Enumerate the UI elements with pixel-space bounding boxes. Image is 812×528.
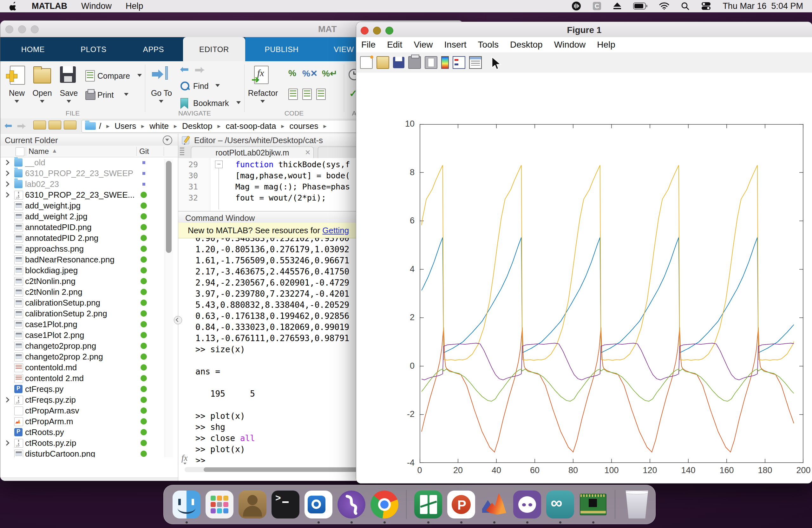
bookmark-button[interactable]: Bookmark [193,99,229,108]
breadcrumb-segment[interactable]: white [149,121,169,131]
legend-icon[interactable] [453,56,465,69]
file-row[interactable]: calibrationSetup.png [0,297,172,308]
expand-chevron-icon[interactable] [4,182,10,187]
figure-menu-help[interactable]: Help [597,40,615,50]
file-row[interactable]: ctPropArm.asv [0,405,172,416]
comment-icon[interactable]: % [288,68,296,79]
figure-menu-insert[interactable]: Insert [444,40,467,50]
figure-menu-tools[interactable]: Tools [478,40,498,50]
colorbar-icon[interactable] [441,56,449,69]
nav-forward-icon[interactable]: ⮕ [16,121,27,130]
expand-chevron-icon[interactable] [4,192,10,198]
panel-collapse-icon[interactable] [174,316,182,324]
close-button[interactable] [5,25,13,33]
dock-item-finder[interactable] [171,489,202,520]
file-row[interactable]: ctFreqs.py.zip [0,395,172,405]
search-icon[interactable] [681,2,690,11]
open-dropdown-icon[interactable] [40,100,44,103]
file-row[interactable]: annotatedPID 2.png [0,232,172,243]
figure-menu-window[interactable]: Window [554,40,586,50]
bookmark-icon[interactable] [180,98,188,109]
current-folder-header[interactable]: Current Folder [0,133,178,146]
tab-bar-grip[interactable] [180,147,184,156]
breadcrumb-segment[interactable]: Desktop [182,121,212,131]
refactor-button[interactable]: Refactor [247,88,279,98]
goto-icon[interactable] [152,68,166,81]
file-row[interactable]: disturbCartoon.png [0,448,172,457]
dock-item-powerpoint[interactable] [446,489,476,520]
wifi-icon[interactable] [659,2,669,10]
tab-close-icon[interactable]: ✕ [305,150,310,155]
smart-indent-icon[interactable] [288,88,298,100]
file-row[interactable]: ctRoots.py [0,427,172,438]
indent-right-icon[interactable] [302,88,312,100]
goto-dropdown-icon[interactable] [159,100,163,103]
save-button[interactable]: Save [57,88,80,98]
dock-item-teensy[interactable] [578,489,608,520]
goto-button[interactable]: Go To [149,88,174,98]
file-row[interactable]: 6310_PROP_22_23_SWEE... [0,189,172,200]
save-dropdown-icon[interactable] [67,100,71,103]
c-app-icon[interactable]: C [593,2,601,11]
new-figure-icon[interactable] [360,56,373,69]
open-file-icon[interactable] [377,56,389,69]
command-prompt[interactable]: >> [195,456,205,462]
file-row[interactable]: add_weight 2.jpg [0,211,172,222]
breadcrumb-segment[interactable]: cat-soop-data [226,121,276,131]
print-icon[interactable] [85,91,96,100]
minimize-button[interactable] [18,25,26,33]
toolstrip-tab-plots[interactable]: PLOTS [70,37,117,61]
file-row[interactable]: calibrationSetup 2.png [0,308,172,319]
file-row[interactable]: lab02_23 [0,179,172,189]
save-icon[interactable] [60,66,76,83]
file-row[interactable]: __old [0,157,172,168]
menu-bar-clock[interactable]: Thu Mar 16 5:04 PM [723,1,803,11]
figure-menu-desktop[interactable]: Desktop [510,40,543,50]
print-dropdown-icon[interactable] [124,93,129,96]
breadcrumb-segment[interactable]: courses [289,121,318,131]
menu-item-window[interactable]: Window [81,1,112,11]
expand-chevron-icon[interactable] [4,440,10,446]
file-row[interactable]: 6310_PROP_22_23_SWEEP [0,168,172,179]
filter-icon[interactable] [163,135,172,145]
nav-back-icon[interactable]: ⬅ [3,121,14,130]
file-row[interactable]: annotatedPID.png [0,222,172,232]
dock-item-trash[interactable] [622,489,652,520]
compare-icon[interactable] [85,70,95,82]
dock-item-excel[interactable] [413,489,444,520]
editor-tab-active[interactable]: rootPlotLab02bjkw.m ✕ [191,147,314,158]
toolstrip-tab-apps[interactable]: APPS [130,37,177,61]
figure-menu-view[interactable]: View [414,40,433,50]
dock-item-launchpad[interactable] [204,489,235,520]
file-row[interactable]: case1Plot.png [0,319,172,330]
git-column-label[interactable]: Git [139,147,149,156]
dock-item-contacts[interactable] [237,489,268,520]
dock-item-terminal[interactable] [270,489,301,520]
expand-chevron-icon[interactable] [4,397,10,403]
menu-item-help[interactable]: Help [126,1,143,11]
dock-item-chrome[interactable] [369,489,400,520]
compare-button[interactable]: Compare [97,71,130,81]
folder-new-icon[interactable] [64,120,76,129]
toolstrip-tab-home[interactable]: HOME [9,37,57,61]
forward-arrow-icon[interactable]: ⮕ [194,64,205,74]
menu-app-name[interactable]: MATLAB [32,1,67,11]
apple-menu[interactable] [10,1,18,11]
open-icon[interactable] [33,68,51,84]
battery-icon[interactable] [633,2,648,10]
zoom-button[interactable] [31,25,39,33]
file-row[interactable]: ctPropArm.m [0,416,172,427]
file-list-column-header[interactable]: Name ▲ Git [0,146,178,157]
wrap-comment-icon[interactable]: %↵ [322,68,337,79]
open-button[interactable]: Open [31,88,54,98]
file-row[interactable]: contentold 2.md [0,373,172,384]
file-row[interactable]: blockdiag.jpeg [0,265,172,276]
control-center-icon[interactable] [701,2,711,10]
scrollbar-thumb[interactable] [166,161,172,253]
folder-browse-icon[interactable] [48,120,61,129]
file-row[interactable]: c2tNonlin 2.png [0,287,172,297]
expand-chevron-icon[interactable] [4,171,10,176]
file-row[interactable]: badNearResonance.png [0,254,172,265]
figure-menu-file[interactable]: File [361,40,376,50]
file-row[interactable]: changeto2prop.png [0,341,172,351]
